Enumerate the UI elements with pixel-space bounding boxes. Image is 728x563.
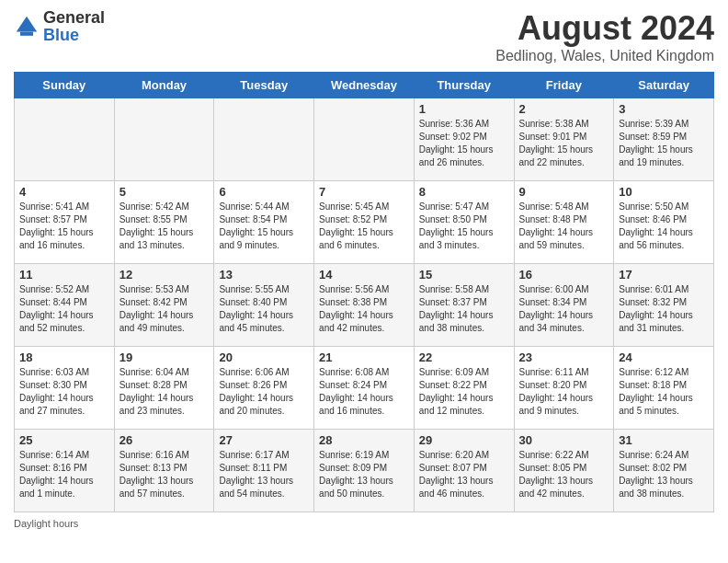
day-number: 18	[19, 350, 109, 364]
calendar-cell: 31Sunrise: 6:24 AM Sunset: 8:02 PM Dayli…	[614, 430, 714, 512]
day-number: 11	[19, 268, 109, 282]
calendar-cell: 16Sunrise: 6:00 AM Sunset: 8:34 PM Dayli…	[514, 264, 614, 347]
calendar-cell: 18Sunrise: 6:03 AM Sunset: 8:30 PM Dayli…	[15, 347, 115, 430]
day-info: Sunrise: 6:22 AM Sunset: 8:05 PM Dayligh…	[519, 449, 609, 500]
day-info: Sunrise: 5:53 AM Sunset: 8:42 PM Dayligh…	[119, 283, 210, 335]
calendar-cell: 10Sunrise: 5:50 AM Sunset: 8:46 PM Dayli…	[614, 181, 714, 264]
calendar-cell: 14Sunrise: 5:56 AM Sunset: 8:38 PM Dayli…	[314, 264, 415, 347]
calendar-cell: 28Sunrise: 6:19 AM Sunset: 8:09 PM Dayli…	[314, 430, 415, 512]
day-number: 8	[419, 185, 509, 199]
subtitle: Bedlinog, Wales, United Kingdom	[495, 48, 714, 64]
day-info: Sunrise: 5:56 AM Sunset: 8:38 PM Dayligh…	[319, 283, 409, 335]
day-info: Sunrise: 5:48 AM Sunset: 8:48 PM Dayligh…	[519, 201, 609, 252]
calendar-cell	[114, 98, 214, 181]
day-number: 19	[119, 350, 210, 364]
day-number: 31	[619, 433, 709, 447]
day-info: Sunrise: 6:01 AM Sunset: 8:32 PM Dayligh…	[619, 283, 709, 335]
calendar-cell: 12Sunrise: 5:53 AM Sunset: 8:42 PM Dayli…	[114, 264, 214, 347]
day-number: 14	[319, 268, 409, 282]
day-info: Sunrise: 5:36 AM Sunset: 9:02 PM Dayligh…	[419, 118, 509, 169]
day-info: Sunrise: 6:06 AM Sunset: 8:26 PM Dayligh…	[219, 366, 309, 418]
day-number: 5	[119, 185, 210, 199]
day-number: 6	[219, 185, 309, 199]
day-info: Sunrise: 6:16 AM Sunset: 8:13 PM Dayligh…	[119, 449, 210, 500]
calendar-week-row: 25Sunrise: 6:14 AM Sunset: 8:16 PM Dayli…	[15, 430, 714, 512]
day-number: 20	[219, 350, 309, 364]
calendar-week-row: 18Sunrise: 6:03 AM Sunset: 8:30 PM Dayli…	[15, 347, 714, 430]
main-title: August 2024	[495, 9, 714, 48]
day-number: 9	[519, 185, 609, 199]
day-number: 10	[619, 185, 709, 199]
day-info: Sunrise: 6:20 AM Sunset: 8:07 PM Dayligh…	[419, 449, 509, 500]
logo-text-blue: Blue	[43, 26, 79, 44]
day-of-week-monday: Monday	[114, 73, 214, 98]
calendar-cell: 7Sunrise: 5:45 AM Sunset: 8:52 PM Daylig…	[314, 181, 415, 264]
calendar-cell: 9Sunrise: 5:48 AM Sunset: 8:48 PM Daylig…	[514, 181, 614, 264]
day-of-week-thursday: Thursday	[414, 73, 514, 98]
day-number: 21	[319, 350, 409, 364]
day-of-week-saturday: Saturday	[614, 73, 714, 98]
daylight-label: Daylight hours	[14, 518, 78, 529]
calendar-cell: 20Sunrise: 6:06 AM Sunset: 8:26 PM Dayli…	[214, 347, 314, 430]
day-info: Sunrise: 5:58 AM Sunset: 8:37 PM Dayligh…	[419, 283, 509, 335]
day-info: Sunrise: 5:38 AM Sunset: 9:01 PM Dayligh…	[519, 118, 609, 169]
calendar-cell	[314, 98, 415, 181]
day-of-week-tuesday: Tuesday	[214, 73, 314, 98]
calendar-cell: 5Sunrise: 5:42 AM Sunset: 8:55 PM Daylig…	[114, 181, 214, 264]
day-number: 3	[619, 102, 709, 116]
calendar-cell: 8Sunrise: 5:47 AM Sunset: 8:50 PM Daylig…	[414, 181, 514, 264]
day-info: Sunrise: 6:12 AM Sunset: 8:18 PM Dayligh…	[619, 366, 709, 418]
calendar-cell	[15, 98, 115, 181]
day-number: 23	[519, 350, 609, 364]
svg-marker-0	[17, 17, 37, 32]
calendar-cell: 1Sunrise: 5:36 AM Sunset: 9:02 PM Daylig…	[414, 98, 514, 181]
day-info: Sunrise: 6:00 AM Sunset: 8:34 PM Dayligh…	[519, 283, 609, 335]
day-number: 26	[119, 433, 210, 447]
day-number: 12	[119, 268, 210, 282]
day-number: 17	[619, 268, 709, 282]
day-info: Sunrise: 5:39 AM Sunset: 8:59 PM Dayligh…	[619, 118, 709, 169]
day-number: 13	[219, 268, 309, 282]
day-info: Sunrise: 6:17 AM Sunset: 8:11 PM Dayligh…	[219, 449, 309, 500]
day-info: Sunrise: 6:09 AM Sunset: 8:22 PM Dayligh…	[419, 366, 509, 418]
day-of-week-sunday: Sunday	[15, 73, 115, 98]
day-info: Sunrise: 6:11 AM Sunset: 8:20 PM Dayligh…	[519, 366, 609, 418]
calendar-cell: 23Sunrise: 6:11 AM Sunset: 8:20 PM Dayli…	[514, 347, 614, 430]
page-header: General Blue August 2024 Bedlinog, Wales…	[14, 9, 714, 64]
calendar-cell: 22Sunrise: 6:09 AM Sunset: 8:22 PM Dayli…	[414, 347, 514, 430]
logo-icon	[14, 14, 40, 40]
calendar-cell: 6Sunrise: 5:44 AM Sunset: 8:54 PM Daylig…	[214, 181, 314, 264]
day-number: 28	[319, 433, 409, 447]
calendar-cell: 26Sunrise: 6:16 AM Sunset: 8:13 PM Dayli…	[114, 430, 214, 512]
day-info: Sunrise: 5:47 AM Sunset: 8:50 PM Dayligh…	[419, 201, 509, 252]
day-number: 29	[419, 433, 509, 447]
day-of-week-friday: Friday	[514, 73, 614, 98]
calendar-cell: 13Sunrise: 5:55 AM Sunset: 8:40 PM Dayli…	[214, 264, 314, 347]
day-number: 24	[619, 350, 709, 364]
logo-text-general: General	[43, 8, 105, 27]
day-number: 4	[19, 185, 109, 199]
day-of-week-wednesday: Wednesday	[314, 73, 415, 98]
day-number: 22	[419, 350, 509, 364]
calendar-cell: 27Sunrise: 6:17 AM Sunset: 8:11 PM Dayli…	[214, 430, 314, 512]
day-info: Sunrise: 5:52 AM Sunset: 8:44 PM Dayligh…	[19, 283, 109, 335]
day-info: Sunrise: 5:55 AM Sunset: 8:40 PM Dayligh…	[219, 283, 309, 335]
day-info: Sunrise: 6:14 AM Sunset: 8:16 PM Dayligh…	[19, 449, 109, 500]
calendar-week-row: 4Sunrise: 5:41 AM Sunset: 8:57 PM Daylig…	[15, 181, 714, 264]
day-info: Sunrise: 6:04 AM Sunset: 8:28 PM Dayligh…	[119, 366, 210, 418]
calendar-cell: 29Sunrise: 6:20 AM Sunset: 8:07 PM Dayli…	[414, 430, 514, 512]
day-info: Sunrise: 5:45 AM Sunset: 8:52 PM Dayligh…	[319, 201, 409, 252]
calendar-cell: 15Sunrise: 5:58 AM Sunset: 8:37 PM Dayli…	[414, 264, 514, 347]
calendar-table: SundayMondayTuesdayWednesdayThursdayFrid…	[14, 72, 714, 512]
calendar-week-row: 11Sunrise: 5:52 AM Sunset: 8:44 PM Dayli…	[15, 264, 714, 347]
logo: General Blue	[14, 9, 105, 44]
day-number: 27	[219, 433, 309, 447]
day-number: 16	[519, 268, 609, 282]
day-number: 15	[419, 268, 509, 282]
day-number: 25	[19, 433, 109, 447]
calendar-cell: 21Sunrise: 6:08 AM Sunset: 8:24 PM Dayli…	[314, 347, 415, 430]
day-number: 1	[419, 102, 509, 116]
day-number: 2	[519, 102, 609, 116]
calendar-cell: 19Sunrise: 6:04 AM Sunset: 8:28 PM Dayli…	[114, 347, 214, 430]
day-info: Sunrise: 6:03 AM Sunset: 8:30 PM Dayligh…	[19, 366, 109, 418]
